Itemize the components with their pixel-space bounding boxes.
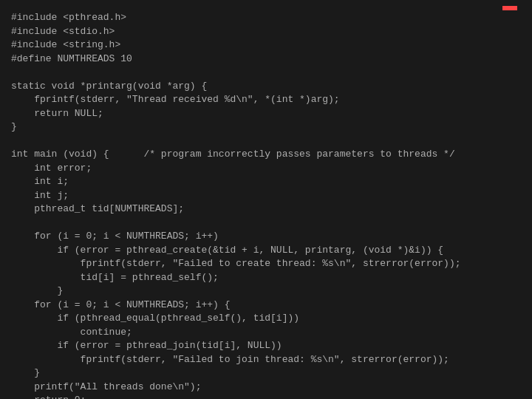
code-line: for (i = 0; i < NUMTHREADS; i++) bbox=[11, 230, 521, 244]
code-line: return 0; bbox=[11, 394, 521, 399]
code-line: #include <pthread.h> bbox=[11, 11, 521, 25]
code-line: #include <stdio.h> bbox=[11, 25, 521, 39]
code-line bbox=[11, 216, 521, 231]
code-line: } bbox=[11, 284, 521, 299]
code-line: #include <string.h> bbox=[11, 38, 521, 52]
code-line: int j; bbox=[11, 189, 521, 203]
code-line: printf("All threads done\n"); bbox=[11, 381, 521, 395]
code-line: if (error = pthread_create(&tid + i, NUL… bbox=[11, 244, 521, 258]
code-line: if (error = pthread_join(tid[i], NULL)) bbox=[11, 339, 521, 353]
code-line: int main (void) { /* program incorrectly… bbox=[11, 148, 521, 162]
code-line: } bbox=[11, 366, 521, 381]
code-line: fprintf(stderr, "Failed to join thread: … bbox=[11, 353, 521, 367]
code-line: return NULL; bbox=[11, 107, 521, 121]
main-container: #include <pthread.h>#include <stdio.h>#i… bbox=[0, 0, 532, 399]
bad-parameter-badge bbox=[502, 6, 517, 10]
code-line: static void *printarg(void *arg) { bbox=[11, 80, 521, 94]
code-line: int error; bbox=[11, 162, 521, 176]
code-line: fprintf(stderr, "Thread received %d\n", … bbox=[11, 93, 521, 107]
code-line: fprintf(stderr, "Failed to create thread… bbox=[11, 257, 521, 271]
code-line bbox=[11, 66, 521, 80]
code-display: #include <pthread.h>#include <stdio.h>#i… bbox=[11, 11, 521, 399]
code-line: } bbox=[11, 120, 521, 134]
code-line bbox=[11, 134, 521, 149]
code-line: for (i = 0; i < NUMTHREADS; i++) { bbox=[11, 299, 521, 313]
code-line: continue; bbox=[11, 326, 521, 340]
code-line: tid[i] = pthread_self(); bbox=[11, 271, 521, 285]
code-line: pthread_t tid[NUMTHREADS]; bbox=[11, 202, 521, 216]
code-line: int i; bbox=[11, 175, 521, 189]
code-line: #define NUMTHREADS 10 bbox=[11, 52, 521, 66]
code-line: if (pthread_equal(pthread_self(), tid[i]… bbox=[11, 312, 521, 326]
